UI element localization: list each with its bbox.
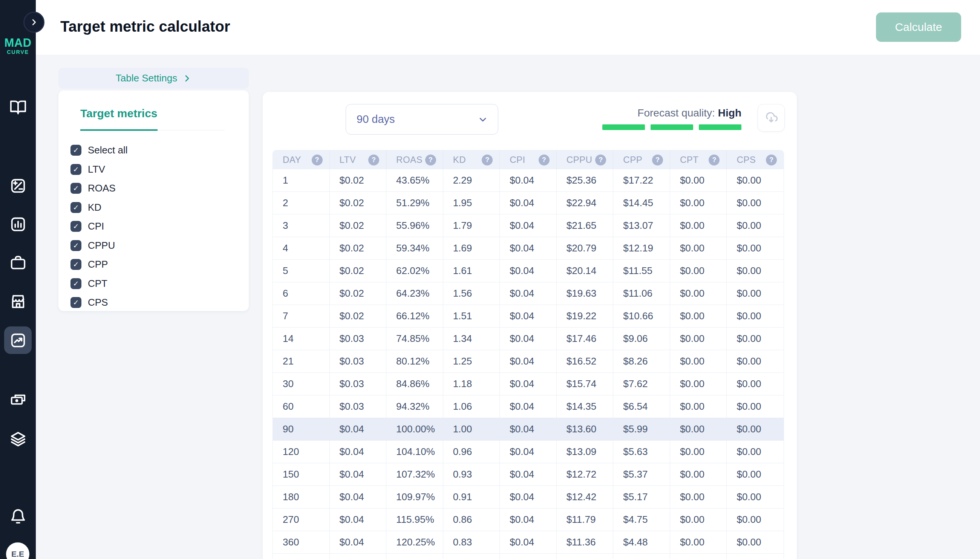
checkbox-checked-icon: ✓ [71,240,81,251]
nav-portfolio-button[interactable] [0,254,36,271]
metric-checkbox-label: Select all [88,144,128,156]
table-cell: $0.02 [330,305,387,327]
help-icon[interactable]: ? [539,155,550,165]
table-cell: $0.03 [330,327,387,350]
table-cell: $0.04 [330,531,387,553]
table-cell: 51.29% [386,192,443,214]
briefcase-icon [10,254,27,271]
cloud-download-icon [764,111,779,126]
nav-reports-button[interactable] [0,216,36,233]
table-cell: $0.00 [670,463,727,486]
table-cell: 1.00 [443,418,500,440]
checkbox-cpi[interactable]: ✓ CPI [71,220,249,232]
table-cell: 120 [273,441,330,463]
table-cell: 0.83 [443,531,500,553]
table-cell: $12.19 [613,237,670,259]
checkbox-select-all[interactable]: ✓ Select all [71,144,249,156]
column-header-kd: KD ? [443,150,500,169]
table-row: 270$0.04115.95%0.86$0.04$11.79$4.75$0.00… [273,508,783,531]
table-cell: 1.06 [443,395,500,418]
table-cell: 270 [273,508,330,531]
sidebar: MAD CURVE [0,0,36,559]
table-row: 7$0.0266.12%1.51$0.04$19.22$10.66$0.00$0… [273,305,783,327]
quality-bar-segment [602,124,645,130]
table-cell: $0.04 [500,486,557,508]
table-cell: $0.04 [500,327,557,350]
table-cell [443,554,500,559]
nav-payments-button[interactable] [0,391,36,408]
table-cell: 7 [273,305,330,327]
nav-notifications-button[interactable] [0,508,36,525]
checkbox-ltv[interactable]: ✓ LTV [71,164,249,175]
calculate-button[interactable]: Calculate [876,12,961,42]
help-icon[interactable]: ? [312,155,323,165]
table-cell: 1.95 [443,192,500,214]
layers-icon [10,430,27,448]
help-icon[interactable]: ? [368,155,379,165]
help-icon[interactable]: ? [482,155,492,165]
table-cell: $0.04 [500,350,557,372]
nav-store-button[interactable] [0,293,36,310]
help-icon[interactable]: ? [425,155,436,165]
table-cell: $0.00 [670,350,727,372]
download-button[interactable] [758,104,785,132]
nav-layers-button[interactable] [0,430,36,448]
table-row: 150$0.04107.32%0.93$0.04$12.72$5.37$0.00… [273,463,783,486]
checkbox-cps[interactable]: ✓ CPS [71,297,249,308]
checkbox-checked-icon: ✓ [71,164,81,175]
table-cell: $0.03 [330,373,387,395]
table-cell: 2 [273,192,330,214]
table-cell: $10.66 [613,305,670,327]
bell-icon [10,508,27,525]
sidebar-expand-button[interactable] [23,12,45,33]
table-cell: $0.02 [330,192,387,214]
table-cell: $13.09 [557,441,614,463]
table-cell: $0.00 [727,373,783,395]
table-cell [670,554,727,559]
table-cell: 115.95% [386,508,443,531]
help-icon[interactable]: ? [652,155,663,165]
metric-checkbox-label: CPP [88,259,108,270]
checkbox-cpt[interactable]: ✓ CPT [71,278,249,289]
table-cell: $19.22 [557,305,614,327]
table-cell: 1.56 [443,282,500,304]
table-cell: $0.00 [670,237,727,259]
table-cell: $4.75 [613,508,670,531]
column-header-cppu: CPPU ? [557,150,614,169]
table-cell: $25.36 [557,169,614,192]
checkbox-cppu[interactable]: ✓ CPPU [71,240,249,251]
nav-calculator-button[interactable] [0,177,36,195]
nav-docs-button[interactable] [0,98,36,116]
help-icon[interactable]: ? [709,155,719,165]
table-cell: 43.65% [386,169,443,192]
table-cell: $11.36 [557,531,614,553]
payback-period-select[interactable]: 90 days [345,104,498,135]
table-cell: $0.02 [330,237,387,259]
table-cell: $13.07 [613,215,670,237]
column-header-roas: ROAS ? [386,150,443,169]
chevron-right-icon [182,74,192,83]
help-icon[interactable]: ? [766,155,777,165]
checkbox-kd[interactable]: ✓ KD [71,202,249,213]
table-cell: $0.00 [727,486,783,508]
user-avatar[interactable]: E.E [6,542,30,559]
table-cell: $0.02 [330,260,387,282]
column-header-label: ROAS [396,155,423,165]
table-cell: $7.62 [613,373,670,395]
table-cell: $20.14 [557,260,614,282]
table-cell: $0.02 [330,215,387,237]
table-cell: $0.00 [670,508,727,531]
table-cell: $0.04 [500,215,557,237]
table-cell: $0.00 [670,486,727,508]
quality-bar-segment [651,124,693,130]
nav-target-metrics-button[interactable] [4,326,31,354]
chevron-down-icon [478,114,488,125]
help-icon[interactable]: ? [595,155,606,165]
checkbox-roas[interactable]: ✓ ROAS [71,182,249,194]
tab-target-metrics[interactable]: Target metrics [80,107,157,131]
table-cell: $0.00 [727,215,783,237]
checkbox-cpp[interactable]: ✓ CPP [71,259,249,270]
metric-checkbox-label: CPPU [88,240,115,251]
logo-line2: CURVE [0,50,36,55]
table-settings-button[interactable]: Table Settings [58,68,249,89]
